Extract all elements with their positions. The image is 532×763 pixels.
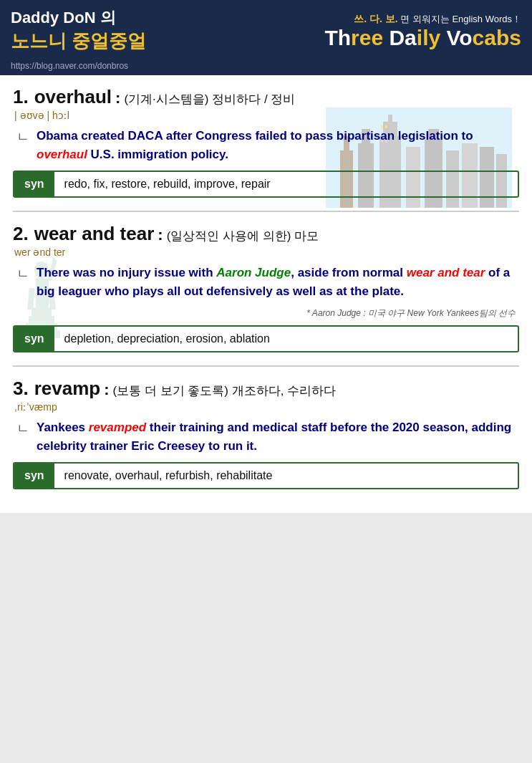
header-subtitle-text: 면 외워지는 English Words！ — [400, 14, 521, 24]
vocab1-syn-label: syn — [14, 172, 54, 196]
header: Daddy DoN 의 노느니 중얼중얼 쓰. 다. 보. 면 외워지는 Eng… — [0, 0, 532, 59]
vocab1-example-text: Obama created DACA after Congress failed… — [37, 127, 519, 163]
vocab1-colon: : — [115, 89, 120, 107]
vocab-section-3: 3. revamp : (보통 더 보기 좋도록) 개조하다, 수리하다 ˌri… — [13, 378, 519, 489]
header-title-da: Da — [389, 26, 416, 49]
header-main-title: Three Daily Vocabs — [324, 27, 521, 49]
vocab1-pronunciation: | əʊvə | hɔːl — [13, 110, 519, 121]
header-title-ree: ree — [351, 26, 383, 49]
header-subtitle-korean: 쓰. 다. 보. — [354, 13, 397, 24]
vocab3-number: 3. — [13, 378, 29, 400]
vocab2-highlight-green: Aaron Judge — [216, 266, 291, 279]
header-title-cabs: cabs — [473, 26, 521, 49]
vocab2-syn-content: depletion, depreciation, erosion, ablati… — [54, 327, 280, 351]
header-subtitle: 쓰. 다. 보. 면 외워지는 English Words！ — [354, 13, 521, 26]
header-title-th: Th — [324, 26, 351, 49]
header-title-line2: 노느니 중얼중얼 — [11, 29, 146, 54]
vocab3-content: 3. revamp : (보통 더 보기 좋도록) 개조하다, 수리하다 ˌri… — [13, 378, 519, 489]
vocab3-arrow: ㄴ — [16, 420, 29, 437]
main-content: 1. overhaul : (기계·시스템을) 정비하다 / 정비 | əʊvə… — [0, 75, 532, 513]
url-bar: https://blog.naver.com/donbros — [0, 59, 532, 75]
vocab2-footnote: * Aaron Judge : 미국 야구 New York Yankees팀의… — [13, 307, 519, 320]
vocab3-syn-row: syn renovate, overhaul, refurbish, rehab… — [13, 462, 519, 489]
vocab1-syn-content: redo, fix, restore, rebuild, improve, re… — [54, 172, 281, 196]
vocab2-syn-row: syn depletion, depreciation, erosion, ab… — [13, 325, 519, 352]
vocab2-korean: (일상적인 사용에 의한) 마모 — [167, 228, 319, 244]
header-right: 쓰. 다. 보. 면 외워지는 English Words！ Three Dai… — [324, 13, 521, 49]
vocab2-pronunciation: wer ənd ter — [13, 246, 519, 258]
vocab1-highlight: overhaul — [37, 148, 87, 161]
vocab2-content: 2. wear and tear : (일상적인 사용에 의한) 마모 wer … — [13, 223, 519, 352]
vocab2-colon: : — [158, 226, 163, 244]
divider-1 — [13, 211, 519, 212]
vocab-section-1: 1. overhaul : (기계·시스템을) 정비하다 / 정비 | əʊvə… — [13, 86, 519, 198]
vocab1-content: 1. overhaul : (기계·시스템을) 정비하다 / 정비 | əʊvə… — [13, 86, 519, 198]
divider-2 — [13, 365, 519, 367]
vocab3-colon: : — [104, 380, 109, 399]
vocab1-example: ㄴ Obama created DACA after Congress fail… — [13, 127, 519, 163]
vocab-section-2: 2. wear and tear : (일상적인 사용에 의한) 마모 wer … — [13, 223, 519, 352]
vocab1-korean: (기계·시스템을) 정비하다 / 정비 — [124, 91, 295, 107]
header-left: Daddy DoN 의 노느니 중얼중얼 — [11, 7, 146, 54]
vocab2-highlight-red: wear and tear — [407, 266, 485, 279]
vocab3-example-text: Yankees revamped their training and medi… — [37, 418, 519, 455]
vocab3-word: revamp — [34, 378, 101, 400]
vocab1-header: 1. overhaul : (기계·시스템을) 정비하다 / 정비 — [13, 86, 519, 108]
vocab1-arrow: ㄴ — [16, 128, 29, 145]
header-title-ily: ily — [417, 26, 440, 49]
vocab3-pronunciation: ˌriːˈvæmp — [13, 401, 519, 413]
vocab2-example: ㄴ There was no injury issue with Aaron J… — [13, 264, 519, 300]
vocab3-korean: (보통 더 보기 좋도록) 개조하다, 수리하다 — [113, 383, 337, 399]
vocab1-number: 1. — [13, 86, 29, 108]
vocab1-word: overhaul — [34, 86, 112, 108]
vocab3-header: 3. revamp : (보통 더 보기 좋도록) 개조하다, 수리하다 — [13, 378, 519, 400]
vocab3-syn-content: renovate, overhaul, refurbish, rehabilit… — [54, 464, 283, 488]
vocab2-word: wear and tear — [34, 223, 155, 245]
url-text: https://blog.naver.com/donbros — [11, 61, 128, 71]
vocab2-header: 2. wear and tear : (일상적인 사용에 의한) 마모 — [13, 223, 519, 245]
vocab3-syn-label: syn — [14, 464, 54, 488]
header-title-line1: Daddy DoN 의 — [11, 7, 146, 29]
vocab1-syn-row: syn redo, fix, restore, rebuild, improve… — [13, 171, 519, 198]
vocab3-example: ㄴ Yankees revamped their training and me… — [13, 418, 519, 455]
vocab2-example-text: There was no injury issue with Aaron Jud… — [37, 264, 519, 300]
vocab2-arrow: ㄴ — [16, 265, 29, 282]
header-title-vo: Vo — [447, 26, 473, 49]
vocab2-number: 2. — [13, 223, 29, 245]
vocab3-highlight: revamped — [89, 421, 146, 434]
vocab2-syn-label: syn — [14, 327, 54, 351]
